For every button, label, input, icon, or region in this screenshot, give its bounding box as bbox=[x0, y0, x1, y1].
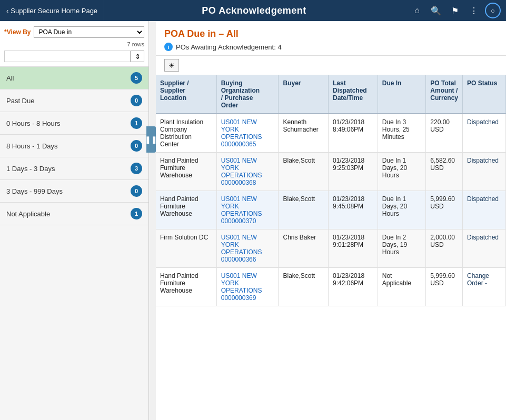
sidebar-item-all[interactable]: All 5 bbox=[0, 67, 148, 89]
main-content: POA Due in – All i POs Awaiting Acknowle… bbox=[156, 21, 506, 420]
cell-dispatched-date: 01/23/2018 8:49:06PM bbox=[329, 114, 378, 153]
cell-buying-org: US001 NEW YORK OPERATIONS 0000000368 bbox=[216, 153, 279, 191]
cell-dispatched-date: 01/23/2018 9:01:28PM bbox=[329, 229, 378, 268]
sidebar-controls: *View By POA Due in 7 rows ⇕ bbox=[0, 21, 148, 67]
sidebar-badge-all: 5 bbox=[131, 72, 142, 84]
sidebar-item-1-3-days[interactable]: 1 Days - 3 Days 3 bbox=[0, 157, 148, 180]
cell-buying-org: US001 NEW YORK OPERATIONS 0000000370 bbox=[216, 191, 279, 229]
filter-icon: ☀ bbox=[168, 62, 175, 69]
sidebar-badge-1-3-days: 3 bbox=[131, 163, 142, 174]
cell-supplier: Firm Solution DC bbox=[156, 229, 216, 268]
sidebar-badge-past-due: 0 bbox=[131, 95, 142, 106]
back-label: Supplier Secure Home Page bbox=[11, 7, 97, 15]
cell-po-status: Dispatched bbox=[462, 191, 505, 229]
po-number[interactable]: 0000000366 bbox=[221, 256, 256, 263]
sidebar-item-not-applicable[interactable]: Not Applicable 1 bbox=[0, 203, 148, 225]
col-buying-org: BuyingOrganization/ PurchaseOrder bbox=[216, 75, 279, 114]
cell-due-in: Due In 3 Hours, 25 Minutes bbox=[378, 114, 426, 153]
po-number[interactable]: 0000000368 bbox=[221, 179, 256, 186]
table-row: Hand Painted Furniture Warehouse US001 N… bbox=[156, 153, 506, 191]
table-row: Plant Insulation Company Distribution Ce… bbox=[156, 114, 506, 153]
cell-po-total: 5,999.60USD bbox=[426, 268, 463, 306]
back-button[interactable]: ‹ Supplier Secure Home Page bbox=[0, 0, 104, 21]
cell-buying-org: US001 NEW YORK OPERATIONS 0000000366 bbox=[216, 229, 279, 268]
cell-dispatched-date: 01/23/2018 9:45:08PM bbox=[329, 191, 378, 229]
cell-due-in: Due In 2 Days, 19 Hours bbox=[378, 229, 426, 268]
view-by-row: *View By POA Due in bbox=[4, 26, 144, 38]
sidebar: *View By POA Due in 7 rows ⇕ All 5 Past … bbox=[0, 21, 149, 420]
po-number[interactable]: 0000000370 bbox=[221, 217, 256, 225]
cell-supplier: Hand Painted Furniture Warehouse bbox=[156, 268, 216, 306]
sidebar-badge-3-999-days: 0 bbox=[131, 185, 142, 197]
collapse-icon: ❚❚ bbox=[145, 135, 157, 144]
buying-org-text: US001 NEW YORK OPERATIONS bbox=[221, 234, 262, 256]
sidebar-collapse-button[interactable]: ❚❚ bbox=[146, 126, 156, 153]
sidebar-badge-not-applicable: 1 bbox=[131, 208, 142, 219]
filter-row: ☀ bbox=[156, 56, 506, 75]
sidebar-item-label: 3 Days - 999 Days bbox=[6, 187, 63, 195]
main-layout: *View By POA Due in 7 rows ⇕ All 5 Past … bbox=[0, 21, 506, 420]
po-table: Supplier /SupplierLocation BuyingOrganiz… bbox=[156, 75, 506, 306]
col-supplier: Supplier /SupplierLocation bbox=[156, 75, 216, 114]
sidebar-item-8-hours-1-days[interactable]: 8 Hours - 1 Days 0 bbox=[0, 135, 148, 157]
table-row: Firm Solution DC US001 NEW YORK OPERATIO… bbox=[156, 229, 506, 268]
cell-buyer: Kenneth Schumacher bbox=[279, 114, 329, 153]
cell-supplier: Hand Painted Furniture Warehouse bbox=[156, 191, 216, 229]
cell-supplier: Hand Painted Furniture Warehouse bbox=[156, 153, 216, 191]
cell-buyer: Blake,Scott bbox=[279, 191, 329, 229]
sidebar-item-past-due[interactable]: Past Due 0 bbox=[0, 89, 148, 112]
buying-org-text: US001 NEW YORK OPERATIONS bbox=[221, 272, 262, 294]
cell-po-total: 6,582.60USD bbox=[426, 153, 463, 191]
content-title: POA Due in – All bbox=[164, 28, 498, 39]
col-due-in: Due In bbox=[378, 75, 426, 114]
sidebar-item-3-999-days[interactable]: 3 Days - 999 Days 0 bbox=[0, 180, 148, 203]
header: ‹ Supplier Secure Home Page PO Acknowled… bbox=[0, 0, 506, 21]
cell-due-in: Due In 1 Days, 20 Hours bbox=[378, 191, 426, 229]
cell-supplier: Plant Insulation Company Distribution Ce… bbox=[156, 114, 216, 153]
view-by-label: *View By bbox=[4, 28, 31, 36]
col-last-dispatched: LastDispatchedDate/Time bbox=[329, 75, 378, 114]
po-number[interactable]: 0000000365 bbox=[221, 141, 256, 148]
cell-dispatched-date: 01/23/2018 9:42:06PM bbox=[329, 268, 378, 306]
sidebar-badge-0-8-hours: 1 bbox=[131, 117, 142, 129]
page-title: PO Acknowledgement bbox=[104, 5, 404, 16]
sort-button[interactable]: ⇕ bbox=[131, 51, 144, 62]
header-icons: ⌂ 🔍 ⚑ ⋮ ○ bbox=[404, 3, 506, 18]
col-po-status: PO Status bbox=[462, 75, 505, 114]
cell-po-total: 220.00USD bbox=[426, 114, 463, 153]
sidebar-item-0-8-hours[interactable]: 0 Hours - 8 Hours 1 bbox=[0, 112, 148, 135]
filter-button[interactable]: ☀ bbox=[164, 59, 179, 72]
col-po-total: PO TotalAmount /Currency bbox=[426, 75, 463, 114]
poa-info: i POs Awaiting Acknowledgement: 4 bbox=[164, 43, 498, 51]
view-by-select[interactable]: POA Due in bbox=[34, 26, 144, 38]
profile-icon[interactable]: ○ bbox=[485, 3, 501, 18]
cell-po-status: Dispatched bbox=[462, 153, 505, 191]
sidebar-badge-8h-1d: 0 bbox=[131, 140, 142, 152]
sidebar-list: All 5 Past Due 0 0 Hours - 8 Hours 1 8 H… bbox=[0, 67, 148, 420]
table-row: Hand Painted Furniture Warehouse US001 N… bbox=[156, 268, 506, 306]
po-number[interactable]: 0000000369 bbox=[221, 294, 256, 302]
cell-buying-org: US001 NEW YORK OPERATIONS 0000000365 bbox=[216, 114, 279, 153]
rows-info: 7 rows bbox=[4, 41, 144, 47]
buying-org-text: US001 NEW YORK OPERATIONS bbox=[221, 118, 262, 141]
home-icon[interactable]: ⌂ bbox=[409, 3, 425, 18]
sidebar-item-label: Not Applicable bbox=[6, 210, 50, 218]
cell-po-total: 2,000.00USD bbox=[426, 229, 463, 268]
poa-info-text: POs Awaiting Acknowledgement: 4 bbox=[176, 43, 282, 51]
sidebar-item-label: 1 Days - 3 Days bbox=[6, 165, 55, 173]
table-header-row: Supplier /SupplierLocation BuyingOrganiz… bbox=[156, 75, 506, 114]
search-icon[interactable]: 🔍 bbox=[428, 3, 444, 18]
cell-due-in: Not Applicable bbox=[378, 268, 426, 306]
table-row: Hand Painted Furniture Warehouse US001 N… bbox=[156, 191, 506, 229]
table-container[interactable]: Supplier /SupplierLocation BuyingOrganiz… bbox=[156, 75, 506, 420]
back-arrow-icon: ‹ bbox=[6, 7, 8, 15]
content-header: POA Due in – All i POs Awaiting Acknowle… bbox=[156, 21, 506, 56]
cell-po-status: Dispatched bbox=[462, 229, 505, 268]
more-menu-icon[interactable]: ⋮ bbox=[466, 3, 482, 18]
buying-org-text: US001 NEW YORK OPERATIONS bbox=[221, 157, 262, 179]
flag-icon[interactable]: ⚑ bbox=[447, 3, 463, 18]
sidebar-item-label: 0 Hours - 8 Hours bbox=[6, 119, 61, 127]
cell-dispatched-date: 01/23/2018 9:25:03PM bbox=[329, 153, 378, 191]
cell-po-total: 5,999.60USD bbox=[426, 191, 463, 229]
sidebar-item-label: All bbox=[6, 74, 14, 82]
